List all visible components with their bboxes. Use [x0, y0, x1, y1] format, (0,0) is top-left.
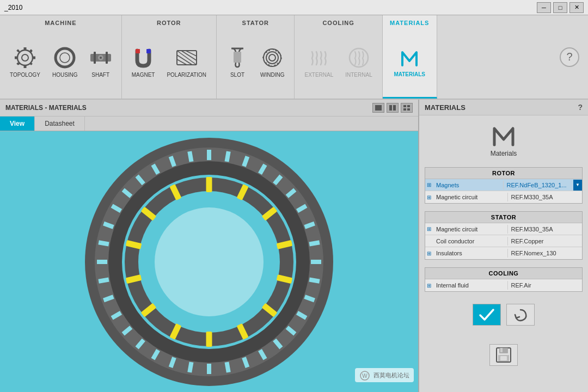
right-panel-help[interactable]: ? [578, 103, 583, 112]
svg-point-88 [155, 207, 264, 316]
left-panel: MATERIALS - MATERIALS [0, 100, 419, 392]
cooling-section-header: COOLING [425, 268, 582, 279]
nav-item-external[interactable]: EXTERNAL [301, 45, 336, 80]
navbar: MACHINE [0, 15, 588, 100]
insulators-row[interactable]: ⊞ Insulators REF.Nomex_130 [425, 247, 582, 259]
materials-icon-area: Materials [490, 121, 517, 157]
help-button[interactable]: ? [560, 47, 579, 67]
svg-rect-42 [403, 105, 406, 107]
stator-section-header: STATOR [425, 212, 582, 223]
nav-item-winding-label: WINDING [260, 72, 284, 78]
right-panel-header: MATERIALS ? [419, 100, 588, 115]
svg-marker-76 [97, 260, 107, 264]
stator-section-table: STATOR ⊞ Magnetic circuit REF.M330_35A ⊞… [425, 211, 583, 260]
rotor-magnetic-expand-icon: ⊞ [425, 194, 433, 200]
view-mode-quad[interactable] [401, 103, 413, 113]
tab-datasheet[interactable]: Datasheet [35, 117, 85, 131]
coil-conductor-row[interactable]: ⊞ Coil conductor REF.Copper [425, 235, 582, 247]
nav-section-rotor-label: ROTOR [128, 20, 210, 26]
svg-rect-13 [33, 57, 35, 59]
maximize-button[interactable]: □ [553, 2, 567, 13]
svg-point-24 [100, 57, 102, 59]
svg-marker-67 [207, 364, 211, 374]
nav-item-housing-label: HOUSING [52, 72, 78, 78]
nav-item-materials[interactable]: MATERIALS [390, 44, 428, 79]
stator-magnetic-value: REF.M330_35A [507, 225, 583, 234]
heat-waves-icon [308, 47, 330, 69]
svg-rect-107 [500, 356, 507, 360]
magnets-row[interactable]: ⊞ Magnets REF.NdFeB_1320_1... ▼ [425, 179, 582, 191]
materials-nav-icon [399, 46, 420, 68]
winding-icon [261, 47, 283, 69]
right-panel: MATERIALS ? Materials ROTOR ⊞ Magnets [419, 100, 588, 392]
svg-rect-96 [206, 332, 212, 347]
svg-point-19 [60, 53, 70, 63]
help-section: ? [551, 15, 588, 99]
nav-section-materials-label: MATERIALS [389, 20, 430, 26]
save-area [484, 339, 523, 371]
nav-section-rotor: ROTOR MAGNET [122, 15, 217, 99]
nav-item-external-label: EXTERNAL [304, 72, 333, 78]
close-button[interactable]: ✕ [569, 2, 584, 13]
svg-rect-10 [23, 47, 26, 50]
magnets-dropdown[interactable]: ▼ [573, 180, 582, 191]
view-mode-split[interactable] [387, 103, 399, 113]
svg-rect-21 [94, 52, 96, 64]
main-area: MATERIALS - MATERIALS [0, 100, 588, 392]
svg-rect-40 [389, 105, 392, 111]
svg-rect-105 [500, 348, 503, 352]
motor-diagram [81, 134, 337, 390]
nav-icons-stator: SLOT WINDING [223, 30, 287, 94]
nav-item-topology[interactable]: TOPOLOGY [7, 45, 44, 80]
magnets-expand-icon: ⊞ [425, 182, 433, 188]
nav-item-housing[interactable]: HOUSING [49, 45, 81, 80]
svg-line-32 [186, 51, 197, 56]
svg-rect-39 [375, 105, 382, 111]
tabs-row: View Datasheet [0, 117, 418, 131]
cooling-section-table: COOLING ⊞ Internal fluid REF.Air [425, 267, 583, 292]
svg-rect-45 [407, 108, 410, 111]
svg-rect-43 [407, 105, 410, 107]
internal-fluid-row[interactable]: ⊞ Internal fluid REF.Air [425, 279, 582, 291]
nav-item-shaft[interactable]: SHAFT [87, 45, 115, 80]
stator-magnetic-label: Magnetic circuit [433, 225, 507, 234]
stator-magnetic-circuit-row[interactable]: ⊞ Magnetic circuit REF.M330_35A [425, 223, 582, 235]
rotor-section-header: ROTOR [425, 168, 582, 179]
insulators-expand-icon: ⊞ [425, 250, 433, 256]
rotor-section-table: ROTOR ⊞ Magnets REF.NdFeB_1320_1... ▼ ⊞ … [425, 167, 583, 204]
rotor-magnetic-value: REF.M330_35A [507, 193, 583, 201]
svg-rect-44 [403, 108, 406, 111]
left-panel-header: MATERIALS - MATERIALS [0, 100, 418, 117]
nav-item-magnet-label: MAGNET [132, 72, 155, 78]
magnets-label: Magnets [433, 181, 503, 189]
titlebar: _2010 ─ □ ✕ [0, 0, 588, 15]
materials-label: Materials [491, 150, 517, 157]
view-mode-icons [372, 103, 413, 113]
save-button[interactable] [489, 344, 518, 366]
svg-marker-49 [207, 150, 211, 160]
minimize-button[interactable]: ─ [537, 2, 551, 13]
svg-rect-12 [15, 57, 17, 59]
view-mode-single[interactable] [372, 103, 384, 113]
magnets-value: REF.NdFeB_1320_1... [503, 181, 574, 189]
nav-item-polarization[interactable]: POLARIZATION [163, 45, 210, 80]
nav-item-shaft-label: SHAFT [91, 72, 109, 78]
ring-icon [54, 47, 76, 69]
confirm-button[interactable] [473, 304, 501, 326]
internal-fluid-expand-icon: ⊞ [425, 283, 433, 289]
nav-icons-cooling: EXTERNAL INTERNAL [301, 30, 375, 94]
coil-value: REF.Copper [507, 237, 583, 246]
reset-button[interactable] [506, 304, 535, 326]
svg-rect-25 [136, 49, 140, 53]
rotor-magnetic-circuit-row[interactable]: ⊞ Magnetic circuit REF.M330_35A [425, 191, 582, 203]
nav-item-slot[interactable]: SLOT [223, 45, 252, 80]
motor-canvas [0, 131, 418, 392]
svg-rect-89 [206, 177, 212, 192]
nav-item-winding[interactable]: WINDING [257, 45, 287, 80]
nav-item-magnet[interactable]: MAGNET [128, 45, 158, 80]
right-panel-title: MATERIALS [425, 103, 465, 112]
tab-view[interactable]: View [0, 117, 35, 131]
slot-icon [226, 47, 248, 69]
nav-item-internal[interactable]: INTERNAL [342, 45, 375, 80]
svg-rect-41 [393, 105, 396, 111]
